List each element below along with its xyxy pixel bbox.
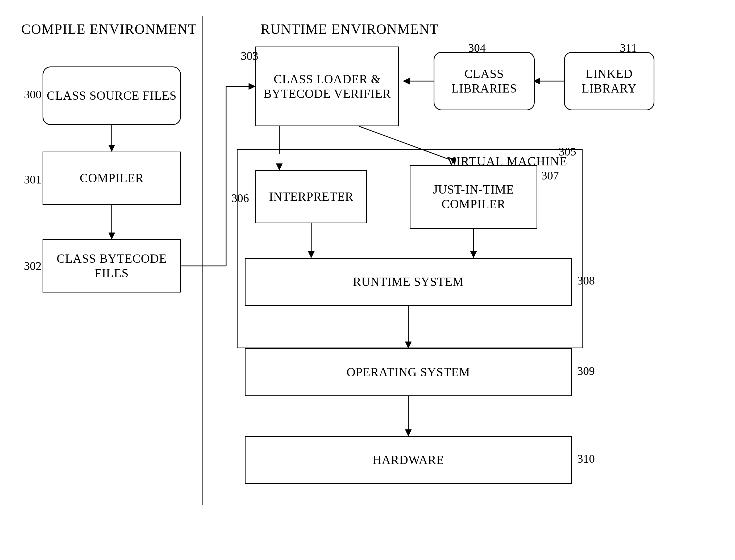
compiler-box: COMPILER: [43, 152, 181, 205]
label-311: 311: [620, 41, 637, 55]
hardware-label: HARDWARE: [373, 453, 444, 467]
operating-system-label: OPERATING SYSTEM: [346, 365, 470, 379]
class-loader-label: CLASS LOADER & BYTECODE VERIFIER: [256, 72, 398, 101]
jit-compiler-box: JUST-IN-TIME COMPILER: [410, 165, 537, 229]
linked-library-box: LINKED LIBRARY: [564, 52, 654, 110]
compile-env-title: COMPILE ENVIRONMENT: [21, 21, 197, 37]
runtime-system-label: RUNTIME SYSTEM: [353, 274, 464, 289]
label-310: 310: [577, 452, 595, 466]
runtime-system-box: RUNTIME SYSTEM: [245, 258, 572, 306]
class-libraries-box: CLASS LIBRARIES: [434, 52, 535, 110]
label-302: 302: [24, 259, 41, 273]
label-306: 306: [231, 191, 249, 205]
class-loader-box: CLASS LOADER & BYTECODE VERIFIER: [255, 47, 399, 126]
class-bytecode-label: CLASS BYTECODE FILES: [43, 251, 180, 281]
label-301: 301: [24, 173, 41, 186]
class-bytecode-box: CLASS BYTECODE FILES: [43, 239, 181, 292]
jit-compiler-label: JUST-IN-TIME COMPILER: [411, 182, 537, 211]
label-300: 300: [24, 88, 41, 101]
interpreter-box: INTERPRETER: [255, 170, 367, 223]
svg-marker-8: [249, 83, 255, 90]
svg-marker-2: [108, 145, 115, 152]
label-307: 307: [541, 169, 559, 182]
class-source-files-label: CLASS SOURCE FILES: [47, 88, 177, 103]
hardware-box: HARDWARE: [245, 436, 572, 484]
label-308: 308: [577, 274, 595, 287]
interpreter-label: INTERPRETER: [269, 189, 353, 204]
label-304: 304: [468, 41, 486, 55]
svg-marker-4: [108, 233, 115, 239]
runtime-env-title: RUNTIME ENVIRONMENT: [261, 21, 439, 37]
label-309: 309: [577, 364, 595, 378]
operating-system-box: OPERATING SYSTEM: [245, 348, 572, 396]
svg-marker-24: [405, 429, 412, 436]
class-libraries-label: CLASS LIBRARIES: [435, 66, 534, 96]
svg-marker-10: [403, 78, 410, 84]
linked-library-label: LINKED LIBRARY: [565, 66, 654, 96]
label-305: 305: [559, 145, 576, 158]
compiler-label: COMPILER: [80, 171, 144, 185]
class-source-files-box: CLASS SOURCE FILES: [43, 66, 181, 125]
label-303: 303: [241, 49, 258, 63]
